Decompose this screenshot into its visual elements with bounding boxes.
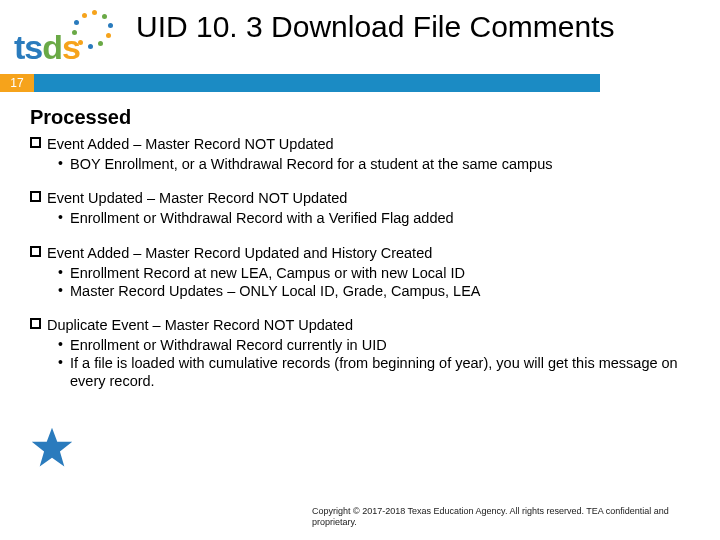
sub-bullet: If a file is loaded with cumulative reco… [58, 354, 696, 390]
slide: tsds UID 10. 3 Download File Comments 17… [0, 0, 720, 540]
sub-bullet: Enrollment Record at new LEA, Campus or … [58, 264, 696, 282]
sub-bullet: BOY Enrollment, or a Withdrawal Record f… [58, 155, 696, 173]
logo-letter-s2: s [62, 28, 80, 66]
bullet-headline: Event Updated – Master Record NOT Update… [47, 189, 347, 207]
bullet-headline: Event Added – Master Record Updated and … [47, 244, 432, 262]
logo-letter-t: t [14, 28, 24, 66]
logo-letter-d: d [42, 28, 62, 66]
svg-marker-0 [32, 428, 72, 467]
page-number: 17 [0, 74, 34, 92]
bullet-headline: Duplicate Event – Master Record NOT Upda… [47, 316, 353, 334]
slide-title: UID 10. 3 Download File Comments [126, 8, 615, 44]
square-bullet-icon [30, 246, 41, 257]
logo-letter-s1: s [24, 28, 42, 66]
square-bullet-icon [30, 137, 41, 148]
square-bullet-icon [30, 191, 41, 202]
sub-list: Enrollment or Withdrawal Record currentl… [30, 336, 696, 390]
copyright-footer: Copyright © 2017-2018 Texas Education Ag… [312, 506, 692, 528]
bullet-group: Event Updated – Master Record NOT Update… [30, 189, 696, 227]
tsds-logo: tsds [14, 8, 126, 70]
checkbox-bullet: Duplicate Event – Master Record NOT Upda… [30, 316, 696, 334]
sub-list: BOY Enrollment, or a Withdrawal Record f… [30, 155, 696, 173]
star-icon [30, 426, 74, 470]
square-bullet-icon [30, 318, 41, 329]
bullet-group: Duplicate Event – Master Record NOT Upda… [30, 316, 696, 391]
checkbox-bullet: Event Updated – Master Record NOT Update… [30, 189, 696, 207]
bullet-group: Event Added – Master Record Updated and … [30, 244, 696, 300]
bullet-headline: Event Added – Master Record NOT Updated [47, 135, 334, 153]
blue-bar [34, 74, 600, 92]
bullet-group: Event Added – Master Record NOT Updated … [30, 135, 696, 173]
divider-bar: 17 [0, 74, 720, 92]
checkbox-bullet: Event Added – Master Record Updated and … [30, 244, 696, 262]
header: tsds UID 10. 3 Download File Comments [0, 0, 720, 70]
sub-list: Enrollment or Withdrawal Record with a V… [30, 209, 696, 227]
checkbox-bullet: Event Added – Master Record NOT Updated [30, 135, 696, 153]
section-heading: Processed [30, 106, 696, 129]
sub-list: Enrollment Record at new LEA, Campus or … [30, 264, 696, 300]
sub-bullet: Enrollment or Withdrawal Record currentl… [58, 336, 696, 354]
sub-bullet: Enrollment or Withdrawal Record with a V… [58, 209, 696, 227]
sub-bullet: Master Record Updates – ONLY Local ID, G… [58, 282, 696, 300]
logo-text: tsds [14, 28, 80, 67]
content: Processed Event Added – Master Record NO… [0, 92, 720, 390]
bar-gap [600, 74, 720, 92]
